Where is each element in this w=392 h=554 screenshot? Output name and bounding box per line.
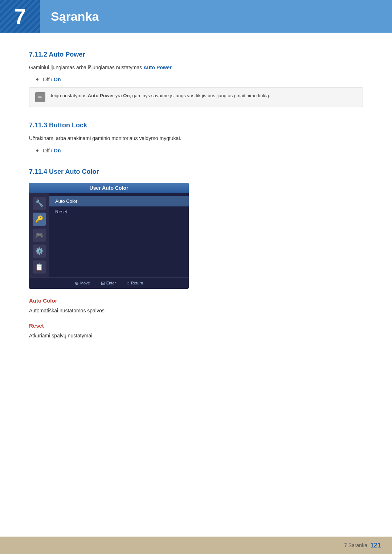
sub-desc-reset: Atkuriami spalvų nustatymai. [29, 332, 363, 340]
note-text-7112: Jeigu nustatymas Auto Power yra On, gami… [50, 92, 270, 99]
menu-item-auto-color: Auto Color [49, 196, 189, 206]
note-icon-7112 [35, 92, 45, 102]
monitor-footer: ⊕ Move ⊞ Enter ○ Return [29, 277, 189, 289]
section-7113-description: Užrakinami arba atrakinami gaminio monit… [29, 134, 363, 142]
note-box-7112: Jeigu nustatymas Auto Power yra On, gami… [29, 87, 363, 107]
desc-bold-7112: Auto Power [143, 65, 172, 70]
bullet-text-7113: Off / On [43, 148, 61, 153]
monitor-icon-2: 🔑 [33, 213, 46, 226]
monitor-title-bar: User Auto Color [29, 183, 189, 193]
bullet-dot-7112 [36, 78, 38, 81]
section-heading-7114: 7.11.4 User Auto Color [29, 168, 363, 176]
footer-btn-enter: ⊞ Enter [101, 280, 116, 286]
monitor-icon-5: 📋 [33, 260, 46, 274]
monitor-mockup: User Auto Color 🔧 🔑 🎮 ⚙️ 📋 Auto Color Re… [29, 183, 189, 289]
desc-pre-7112: Gaminiui įjungiamas arba išjungiamas nus… [29, 65, 143, 70]
section-7112-description: Gaminiui įjungiamas arba išjungiamas nus… [29, 63, 363, 71]
enter-icon: ⊞ [101, 280, 105, 286]
section-heading-7113: 7.11.3 Button Lock [29, 122, 363, 129]
chapter-number: 7 [14, 4, 26, 29]
monitor-icon-3: 🎮 [33, 229, 46, 242]
monitor-icon-1: 🔧 [33, 197, 46, 210]
bullet-text-7112: Off / 7.11.2On [43, 77, 61, 82]
monitor-icon-4: ⚙️ [33, 245, 46, 258]
chapter-box: 7 [0, 0, 40, 33]
header-bar: 7 Sąranka [0, 0, 392, 33]
move-icon: ⊕ [75, 280, 79, 286]
footer-label: 7 Sąranka [344, 542, 367, 548]
footer-btn-return: ○ Return [127, 280, 143, 286]
bullet-7112: Off / 7.11.2On [36, 77, 363, 82]
bullet-7113: Off / On [36, 148, 363, 153]
bullet-dot-7113 [36, 149, 38, 152]
desc-post-7112: . [172, 65, 173, 70]
sub-desc-auto-color: Automatiškai nustatomos spalvos. [29, 307, 363, 315]
sub-heading-reset: Reset [29, 323, 363, 329]
return-label: Return [131, 281, 143, 285]
monitor-body: 🔧 🔑 🎮 ⚙️ 📋 Auto Color Reset [29, 193, 189, 277]
chapter-title: Sąranka [51, 9, 99, 24]
main-content: 7.11.2 Auto Power Gaminiui įjungiamas ar… [0, 33, 392, 374]
sub-heading-auto-color: Auto Color [29, 297, 363, 304]
footer-btn-move: ⊕ Move [75, 280, 90, 286]
footer-page-number: 121 [370, 542, 381, 549]
section-heading-7112: 7.11.2 Auto Power [29, 51, 363, 58]
move-label: Move [80, 281, 90, 285]
return-icon: ○ [127, 280, 130, 286]
menu-item-reset: Reset [49, 206, 189, 217]
footer-bar: 7 Sąranka 121 [0, 537, 392, 554]
monitor-menu: Auto Color Reset [49, 193, 189, 277]
enter-label: Enter [106, 281, 116, 285]
monitor-sidebar: 🔧 🔑 🎮 ⚙️ 📋 [29, 193, 49, 277]
